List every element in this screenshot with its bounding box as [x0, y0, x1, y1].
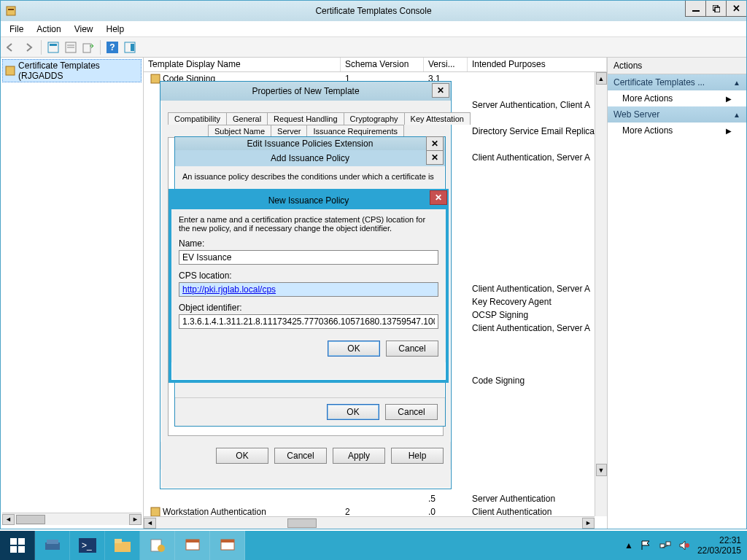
new-issuance-title[interactable]: New Issuance Policy ✕: [171, 192, 446, 209]
scroll-up-icon[interactable]: ▲: [596, 72, 607, 85]
col-name[interactable]: Template Display Name: [144, 58, 341, 71]
separator: [100, 40, 101, 55]
tree-pane[interactable]: Certificate Templates (RJGADDS ◄ ►: [1, 58, 144, 529]
more-actions-2[interactable]: More Actions▶: [608, 122, 746, 139]
scroll-left-icon[interactable]: ◄: [144, 518, 156, 529]
tree-hscroll[interactable]: ◄ ►: [2, 513, 142, 525]
oid-input[interactable]: [179, 314, 438, 329]
taskbar-app-1[interactable]: [140, 531, 175, 560]
actions-section-webserver[interactable]: Web Server▲: [608, 106, 746, 122]
menu-file[interactable]: File: [4, 23, 29, 36]
col-purpose[interactable]: Intended Purposes: [468, 58, 607, 71]
svg-rect-23: [47, 540, 58, 544]
svg-rect-21: [18, 546, 25, 553]
svg-rect-14: [131, 44, 134, 51]
svg-rect-27: [115, 539, 122, 543]
flag-icon[interactable]: [640, 540, 652, 551]
ok-button[interactable]: OK: [327, 404, 379, 420]
close-button[interactable]: ✕: [726, 1, 746, 17]
table-row[interactable]: .5Server Authentication: [144, 492, 607, 505]
add-policy-desc: An issuance policy describes the conditi…: [182, 172, 438, 181]
scroll-thumb[interactable]: [16, 515, 45, 524]
properties-title[interactable]: Properties of New Template ✕: [160, 82, 451, 101]
nav-back-button[interactable]: [4, 39, 20, 55]
close-icon[interactable]: ✕: [432, 83, 449, 98]
col-ver[interactable]: Versi...: [424, 58, 468, 71]
help-icon[interactable]: ?: [104, 39, 120, 55]
toolbar: ?: [1, 37, 746, 58]
tab-key-attestation[interactable]: Key Attestation: [404, 112, 471, 125]
svg-rect-10: [83, 44, 90, 52]
scroll-thumb[interactable]: [287, 518, 317, 528]
toolbar-export-icon[interactable]: [80, 39, 96, 55]
collapse-icon: ▲: [733, 79, 740, 87]
menu-help[interactable]: Help: [101, 23, 131, 36]
minimize-button[interactable]: [685, 1, 705, 17]
svg-rect-17: [151, 508, 160, 516]
scroll-left-icon[interactable]: ◄: [2, 514, 15, 525]
tab-general[interactable]: General: [226, 112, 268, 125]
menu-action[interactable]: Action: [31, 23, 66, 36]
tree-root[interactable]: Certificate Templates (RJGADDS: [2, 59, 142, 82]
scroll-down-icon[interactable]: ▼: [596, 464, 607, 476]
add-policy-title[interactable]: Add Issuance Policy ✕: [175, 150, 445, 166]
ok-button[interactable]: OK: [328, 341, 380, 357]
clock[interactable]: 22:31 22/03/2015: [697, 535, 741, 556]
tab-server[interactable]: Server: [271, 125, 307, 137]
server-manager-icon[interactable]: [35, 531, 70, 560]
new-issuance-dialog[interactable]: New Issuance Policy ✕ Enter a name and a…: [169, 189, 449, 383]
svg-rect-33: [221, 540, 234, 542]
svg-point-29: [158, 545, 165, 552]
cancel-button[interactable]: Cancel: [274, 448, 327, 464]
cancel-button[interactable]: Cancel: [385, 404, 438, 420]
maximize-button[interactable]: [705, 1, 726, 17]
taskbar-app-2[interactable]: [175, 531, 210, 560]
powershell-icon[interactable]: >_: [70, 531, 105, 560]
network-icon[interactable]: [659, 540, 671, 551]
taskbar-left: >_: [0, 531, 245, 560]
nav-fwd-button[interactable]: [21, 39, 37, 55]
start-button[interactable]: [0, 531, 35, 560]
explorer-icon[interactable]: [105, 531, 140, 560]
taskbar[interactable]: >_ ▲ 22:31 22/03/2015: [0, 531, 747, 560]
close-icon[interactable]: ✕: [426, 150, 444, 165]
column-headers[interactable]: Template Display Name Schema Version Ver…: [144, 58, 607, 72]
scroll-right-icon[interactable]: ►: [129, 514, 142, 525]
close-icon[interactable]: ✕: [426, 136, 444, 151]
tab-cryptography[interactable]: Cryptography: [344, 112, 405, 125]
toolbar-icon-2[interactable]: [63, 39, 79, 55]
titlebar[interactable]: Certificate Templates Console ✕: [1, 1, 746, 21]
taskbar-app-3[interactable]: [210, 531, 245, 560]
system-tray[interactable]: ▲ 22:31 22/03/2015: [624, 535, 747, 556]
svg-rect-15: [6, 66, 15, 75]
properties-buttons: OK Cancel Apply Help: [160, 442, 451, 470]
toolbar-icon-3[interactable]: [122, 39, 138, 55]
tab-subject-name[interactable]: Subject Name: [208, 125, 271, 137]
ok-button[interactable]: OK: [216, 448, 268, 464]
menu-view[interactable]: View: [69, 23, 99, 36]
tree-root-label: Certificate Templates (RJGADDS: [18, 61, 139, 81]
actions-pane: Actions Certificate Templates ...▲ More …: [608, 58, 746, 529]
close-icon[interactable]: ✕: [430, 190, 447, 205]
col-schema[interactable]: Schema Version: [341, 58, 424, 71]
name-input[interactable]: [179, 250, 438, 265]
volume-icon[interactable]: [678, 540, 690, 551]
list-vscroll[interactable]: ▲ ▼: [595, 72, 607, 516]
apply-button[interactable]: Apply: [333, 448, 385, 464]
actions-section-templates[interactable]: Certificate Templates ...▲: [608, 74, 746, 90]
app-icon: [5, 5, 17, 17]
tray-up-icon[interactable]: ▲: [624, 540, 633, 551]
cps-input[interactable]: http://pki.rjglab.local/cps: [179, 282, 438, 297]
tab-request-handling[interactable]: Request Handling: [267, 112, 344, 125]
toolbar-icon-1[interactable]: [45, 39, 61, 55]
submenu-icon: ▶: [726, 127, 732, 135]
help-button[interactable]: Help: [391, 448, 444, 464]
tab-compatibility[interactable]: Compatibility: [168, 112, 227, 125]
more-actions-1[interactable]: More Actions▶: [608, 90, 746, 106]
cancel-button[interactable]: Cancel: [386, 341, 438, 357]
tab-issuance-req[interactable]: Issuance Requirements: [306, 125, 404, 137]
submenu-icon: ▶: [726, 95, 732, 103]
scroll-right-icon[interactable]: ►: [582, 518, 595, 529]
svg-rect-19: [18, 538, 25, 545]
list-hscroll[interactable]: ◄ ►: [144, 516, 595, 529]
